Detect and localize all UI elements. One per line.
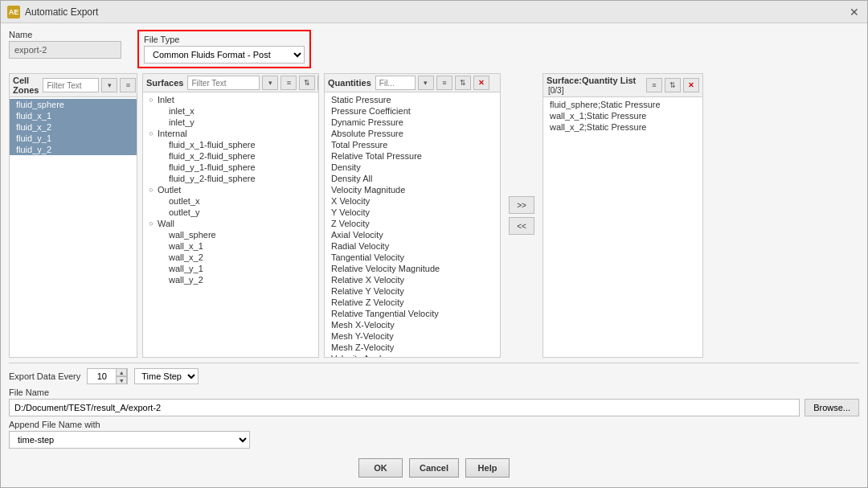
tree-item-outlet-y[interactable]: outlet_y <box>143 207 318 218</box>
list-item-tangential-velocity[interactable]: Tangential Velocity <box>325 252 500 263</box>
tree-group-wall: ○ Wall wall_sphere wall_x_1 wall_x_2 wal… <box>143 218 318 285</box>
ok-button[interactable]: OK <box>358 458 403 478</box>
tree-group-inlet-label: Inlet <box>158 95 174 105</box>
remove-button[interactable]: << <box>509 217 534 235</box>
quantities-filter[interactable] <box>375 76 416 90</box>
tree-item-wall-sphere[interactable]: wall_sphere <box>143 229 318 240</box>
main-content: Name File Type Common Fluids Format - Po… <box>1 23 867 487</box>
spinner-down[interactable]: ▼ <box>116 376 127 384</box>
list-item-density[interactable]: Density <box>325 162 500 173</box>
window-title: Automatic Export <box>25 6 98 18</box>
help-button[interactable]: Help <box>465 458 510 478</box>
file-name-label: File Name <box>9 388 859 397</box>
tree-group-wall-header[interactable]: ○ Wall <box>143 218 318 229</box>
list-item-y-velocity[interactable]: Y Velocity <box>325 207 500 218</box>
list-item-rel-vel-magnitude[interactable]: Relative Velocity Magnitude <box>325 263 500 274</box>
list-item[interactable]: fluid_sphere <box>10 99 137 110</box>
cell-zones-label: Cell Zones <box>13 76 39 95</box>
tree-group-outlet-header[interactable]: ○ Outlet <box>143 184 318 195</box>
list-item-abs-pressure[interactable]: Absolute Pressure <box>325 128 500 139</box>
append-select[interactable]: time-step iteration none <box>9 431 250 449</box>
surfaces-filter[interactable] <box>187 76 260 90</box>
cancel-button[interactable]: Cancel <box>409 458 459 478</box>
surfaces-remove-btn[interactable]: ✕ <box>317 76 319 90</box>
add-button[interactable]: >> <box>509 196 534 214</box>
list-item-radial-velocity[interactable]: Radial Velocity <box>325 240 500 252</box>
quantities-remove-btn[interactable]: ✕ <box>473 76 489 90</box>
append-label: Append File Name with <box>9 420 859 429</box>
cell-zones-filter-btn[interactable]: ▾ <box>101 78 117 92</box>
tree-item-wall-x2[interactable]: wall_x_2 <box>143 252 318 263</box>
list-item-total-pressure[interactable]: Total Pressure <box>325 139 500 150</box>
file-name-section: File Name Browse... <box>9 388 859 416</box>
tree-group-inlet-header[interactable]: ○ Inlet <box>143 94 318 105</box>
file-name-input[interactable] <box>9 399 800 416</box>
surfaces-panel: Surfaces ▾ ≡ ⇅ ✕ ○ Inlet inlet_x <box>142 73 319 358</box>
list-item-axial-velocity[interactable]: Axial Velocity <box>325 229 500 240</box>
list-item[interactable]: fluid_y_1 <box>10 133 137 144</box>
tree-item-wall-y2[interactable]: wall_y_2 <box>143 274 318 285</box>
cell-zones-list: fluid_sphere fluid_x_1 fluid_x_2 fluid_y… <box>10 97 137 357</box>
list-item-vel-magnitude[interactable]: Velocity Magnitude <box>325 184 500 195</box>
export-every-input[interactable] <box>88 369 116 383</box>
surfaces-list-btn[interactable]: ≡ <box>280 76 297 90</box>
quantities-list: Static Pressure Pressure Coefficient Dyn… <box>325 92 500 357</box>
tree-toggle-internal: ○ <box>146 129 156 138</box>
surface-quantity-remove-btn[interactable]: ✕ <box>683 78 699 92</box>
list-item[interactable]: fluid_x_1 <box>10 110 137 121</box>
quantities-sort-btn[interactable]: ⇅ <box>455 76 471 90</box>
list-item-mesh-y-vel[interactable]: Mesh Y-Velocity <box>325 330 500 342</box>
list-item-rel-total-pressure[interactable]: Relative Total Pressure <box>325 150 500 162</box>
tree-item-inlet-y[interactable]: inlet_y <box>143 117 318 128</box>
title-bar-left: AE Automatic Export <box>7 6 98 18</box>
quantities-list-btn[interactable]: ≡ <box>436 76 452 90</box>
list-item-static-pressure[interactable]: Static Pressure <box>325 94 500 105</box>
spinner-up[interactable]: ▲ <box>116 368 127 376</box>
list-item-dynamic-pressure[interactable]: Dynamic Pressure <box>325 117 500 128</box>
tree-item-internal-4[interactable]: fluid_y_2-fluid_sphere <box>143 173 318 184</box>
surfaces-filter-btn[interactable]: ▾ <box>262 76 278 90</box>
list-item-density-all[interactable]: Density All <box>325 173 500 184</box>
list-item-rel-tang-vel[interactable]: Relative Tangential Velocity <box>325 308 500 319</box>
sq-item-2[interactable]: wall_x_1;Static Pressure <box>543 110 702 121</box>
list-item[interactable]: fluid_y_2 <box>10 144 137 155</box>
tree-group-internal-header[interactable]: ○ Internal <box>143 128 318 139</box>
tree-toggle-outlet: ○ <box>146 185 156 195</box>
surface-quantity-panel: Surface:Quantity List [0/3] ≡ ⇅ ✕ fluid_… <box>542 73 703 358</box>
quantities-filter-btn[interactable]: ▾ <box>418 76 434 90</box>
tree-group-internal: ○ Internal fluid_x_1-fluid_sphere fluid_… <box>143 128 318 184</box>
tree-item-internal-1[interactable]: fluid_x_1-fluid_sphere <box>143 139 318 150</box>
cell-zones-list-btn[interactable]: ≡ <box>120 78 136 92</box>
sq-item-3[interactable]: wall_x_2;Static Pressure <box>543 121 702 133</box>
tree-item-internal-2[interactable]: fluid_x_2-fluid_sphere <box>143 150 318 162</box>
name-input[interactable] <box>9 41 121 59</box>
list-item-z-velocity[interactable]: Z Velocity <box>325 218 500 229</box>
close-button[interactable]: ✕ <box>848 6 861 18</box>
list-item-mesh-x-vel[interactable]: Mesh X-Velocity <box>325 319 500 330</box>
list-item-x-velocity[interactable]: X Velocity <box>325 195 500 207</box>
surface-quantity-list-btn[interactable]: ≡ <box>646 78 662 92</box>
tree-item-internal-3[interactable]: fluid_y_1-fluid_sphere <box>143 162 318 173</box>
list-item-rel-x-vel[interactable]: Relative X Velocity <box>325 274 500 285</box>
surfaces-label: Surfaces <box>146 78 183 88</box>
sq-item-1[interactable]: fluid_sphere;Static Pressure <box>543 99 702 110</box>
surfaces-sort-btn[interactable]: ⇅ <box>299 76 315 90</box>
file-type-select[interactable]: Common Fluids Format - Post CGNS EnSight… <box>144 46 305 64</box>
browse-button[interactable]: Browse... <box>805 399 859 416</box>
list-item-vel-angle[interactable]: Velocity Angle <box>325 353 500 357</box>
top-row: Name File Type Common Fluids Format - Po… <box>9 30 859 68</box>
tree-item-outlet-x[interactable]: outlet_x <box>143 195 318 207</box>
list-item-rel-y-vel[interactable]: Relative Y Velocity <box>325 285 500 297</box>
list-item-pressure-coeff[interactable]: Pressure Coefficient <box>325 105 500 117</box>
tree-item-wall-y1[interactable]: wall_y_1 <box>143 263 318 274</box>
surface-quantity-sort-btn[interactable]: ⇅ <box>665 78 681 92</box>
list-item-mesh-z-vel[interactable]: Mesh Z-Velocity <box>325 342 500 353</box>
list-item[interactable]: fluid_x_2 <box>10 121 137 133</box>
time-step-select[interactable]: Time Step Iteration <box>134 368 199 384</box>
tree-item-inlet-x[interactable]: inlet_x <box>143 105 318 117</box>
cell-zones-filter[interactable] <box>43 78 99 92</box>
file-type-label: File Type <box>144 35 305 44</box>
list-item-rel-z-vel[interactable]: Relative Z Velocity <box>325 297 500 308</box>
panels-row: Cell Zones ▾ ≡ ⇅ ✕ fluid_sphere fluid_x_… <box>9 73 859 358</box>
tree-item-wall-x1[interactable]: wall_x_1 <box>143 240 318 252</box>
